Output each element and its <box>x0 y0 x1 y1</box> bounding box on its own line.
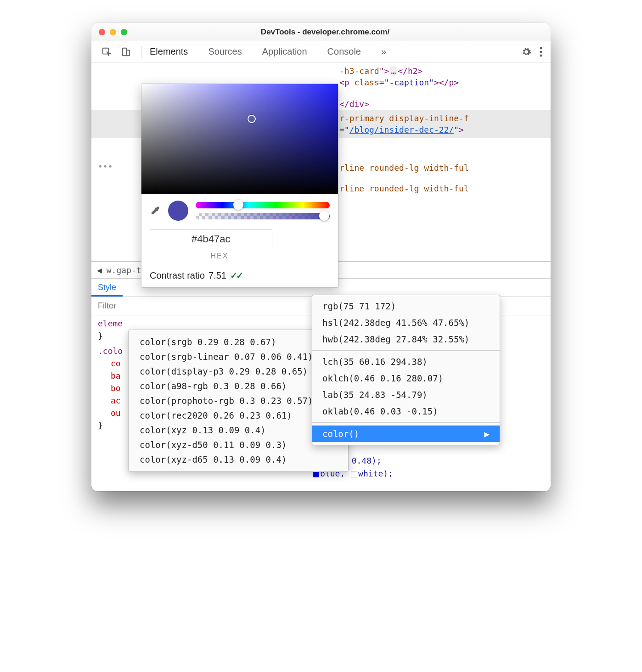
chevron-right-icon: ▶ <box>484 429 490 439</box>
dom-text: r-primary display-inline-f <box>339 113 469 123</box>
submenu-xyz-d65[interactable]: color(xyz-d65 0.13 0.09 0.4) <box>129 452 348 467</box>
svg-point-4 <box>540 50 542 53</box>
window-title: DevTools - developer.chrome.com/ <box>113 28 537 37</box>
color-format-menu: rgb(75 71 172) hsl(242.38deg 41.56% 47.6… <box>312 295 500 445</box>
color-picker-popover: HEX ▲▼ Contrast ratio 7.51 ✓✓ <box>141 84 338 288</box>
menu-item-oklch[interactable]: oklch(0.46 0.16 280.07) <box>312 370 500 386</box>
menu-item-oklab[interactable]: oklab(0.46 0.03 -0.15) <box>312 403 500 420</box>
check-icon: ✓✓ <box>230 270 242 281</box>
tab-styles[interactable]: Style <box>91 280 123 297</box>
menu-item-hsl[interactable]: hsl(242.38deg 41.56% 47.65%) <box>312 314 500 331</box>
sv-cursor[interactable] <box>248 115 256 123</box>
styles-filter-input[interactable] <box>91 301 165 311</box>
more-tabs[interactable]: » <box>381 46 386 57</box>
content-area: -h3-card">…</h2> <p class="-caption"></p… <box>91 62 551 491</box>
dom-text: rline rounded-lg width-ful <box>339 184 469 193</box>
chevron-left-icon[interactable]: ◀ <box>97 265 102 275</box>
dom-text: -h3-card <box>339 66 379 76</box>
devtools-window: DevTools - developer.chrome.com/ Element… <box>91 23 551 491</box>
gear-icon[interactable] <box>521 47 531 57</box>
contrast-value: 7.51 <box>208 270 226 281</box>
menu-item-lab[interactable]: lab(35 24.83 -54.79) <box>312 386 500 403</box>
hex-input[interactable] <box>150 229 272 249</box>
tab-application[interactable]: Application <box>262 46 307 57</box>
breadcrumb-item[interactable]: w.gap-t <box>107 265 141 275</box>
menu-item-rgb[interactable]: rgb(75 71 172) <box>312 298 500 314</box>
ellipsis-icon[interactable]: ••• <box>98 162 113 171</box>
dom-text: rline rounded-lg width-ful <box>339 163 469 173</box>
tab-console[interactable]: Console <box>327 46 361 57</box>
menu-item-color-fn[interactable]: color() ▶ <box>312 426 500 442</box>
menu-item-hwb[interactable]: hwb(242.38deg 27.84% 32.55%) <box>312 331 500 347</box>
kebab-icon[interactable] <box>540 47 542 57</box>
svg-rect-2 <box>127 50 130 56</box>
alpha-slider[interactable] <box>196 213 330 219</box>
tab-elements[interactable]: Elements <box>150 46 188 57</box>
eyedropper-icon[interactable] <box>150 205 161 216</box>
contrast-ratio-row[interactable]: Contrast ratio 7.51 ✓✓ <box>141 265 338 287</box>
menu-item-lch[interactable]: lch(35 60.16 294.38) <box>312 353 500 370</box>
svg-rect-1 <box>123 48 127 56</box>
close-window-button[interactable] <box>99 29 105 35</box>
css-value: white <box>358 469 383 478</box>
device-toggle-icon[interactable] <box>121 47 131 57</box>
css-selector: .colo <box>98 346 123 356</box>
contrast-label: Contrast ratio <box>150 270 205 281</box>
svg-point-3 <box>540 47 542 49</box>
tab-sources[interactable]: Sources <box>208 46 242 57</box>
devtools-toolbar: Elements Sources Application Console » <box>91 41 551 62</box>
sv-field[interactable] <box>141 84 338 194</box>
svg-point-5 <box>540 54 542 56</box>
hex-label: HEX <box>130 252 310 260</box>
dom-link[interactable]: /blog/insider-dec-22/ <box>349 125 454 134</box>
css-selector: eleme <box>98 319 123 328</box>
current-color-swatch[interactable] <box>168 201 188 221</box>
hue-slider[interactable] <box>196 202 330 208</box>
titlebar: DevTools - developer.chrome.com/ <box>91 23 551 41</box>
inspect-icon[interactable] <box>101 47 112 57</box>
